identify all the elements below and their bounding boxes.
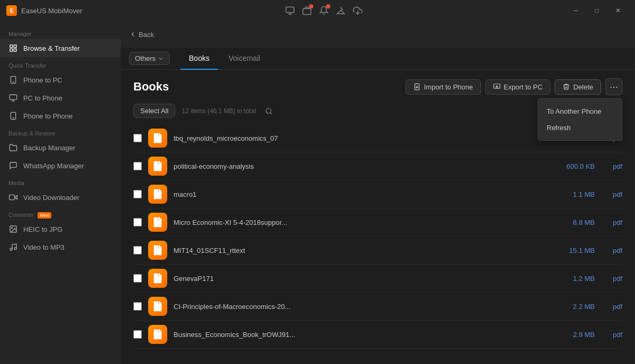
sidebar-item-label: HEIC to JPG xyxy=(23,225,62,233)
file-checkbox-4[interactable] xyxy=(133,246,142,254)
converter-label: Converter New xyxy=(0,206,121,220)
dropdown-label: Others xyxy=(135,54,156,62)
table-row: Business_Economics_Book_trOWJ91... 2.9 M… xyxy=(133,321,622,349)
table-row: MIT14_01SCF11_rttext 15.1 MB pdf xyxy=(133,236,622,265)
suitcase-icon[interactable] xyxy=(302,6,312,15)
items-count: 12 items (46.1 MB) in total xyxy=(182,107,256,115)
file-type-2: pdf xyxy=(601,190,622,198)
file-list: tbq_reynolds_microeconomics_07 2.8 MB pd… xyxy=(133,124,622,349)
backup-restore-label: Backup & Restore xyxy=(0,125,121,139)
svg-point-20 xyxy=(10,248,12,250)
sidebar-item-label: Phone to Phone xyxy=(23,112,72,120)
refresh-option[interactable]: Refresh xyxy=(538,120,622,136)
svg-point-24 xyxy=(266,108,270,113)
category-dropdown[interactable]: Others xyxy=(129,52,170,65)
table-row: GenevaP171 1.2 MB pdf xyxy=(133,265,622,293)
more-options-button[interactable]: ⋯ xyxy=(605,78,622,95)
book-icon-1 xyxy=(148,157,167,176)
file-checkbox-2[interactable] xyxy=(133,190,142,198)
sidebar-item-phone-to-pc[interactable]: Phone to PC xyxy=(0,71,121,89)
sidebar-item-browse-transfer[interactable]: Browse & Transfer xyxy=(0,39,121,57)
svg-rect-8 xyxy=(10,49,13,51)
sidebar-item-label: Phone to PC xyxy=(23,76,62,84)
book-icon-6 xyxy=(148,297,167,316)
heic-icon xyxy=(8,224,18,234)
bell-icon[interactable] xyxy=(319,6,329,15)
sidebar-item-phone-to-phone[interactable]: Phone to Phone xyxy=(0,107,121,125)
file-checkbox-5[interactable] xyxy=(133,274,142,283)
video-downloader-icon xyxy=(8,193,18,202)
book-icon-5 xyxy=(148,269,167,288)
sidebar-item-label: Video Downloader xyxy=(23,194,79,202)
monitor-icon[interactable] xyxy=(285,6,295,15)
sidebar-item-label: Browse & Transfer xyxy=(23,44,80,52)
svg-rect-0 xyxy=(286,7,294,13)
file-checkbox-6[interactable] xyxy=(133,302,142,311)
file-checkbox-0[interactable] xyxy=(133,134,142,142)
manager-section-label: Manager xyxy=(0,25,121,39)
import-to-phone-button[interactable]: Import to Phone xyxy=(405,79,481,95)
pc-to-phone-icon xyxy=(8,93,18,103)
export-to-pc-button[interactable]: Export to PC xyxy=(485,79,551,95)
file-type-3: pdf xyxy=(601,219,622,226)
hanger-icon[interactable] xyxy=(336,6,346,15)
back-label: Back xyxy=(139,31,154,39)
phone-to-phone-icon xyxy=(8,111,18,121)
svg-point-15 xyxy=(13,117,13,118)
maximize-button[interactable]: □ xyxy=(586,2,607,19)
back-button[interactable]: Back xyxy=(129,31,154,39)
new-badge: New xyxy=(38,212,51,219)
delete-label: Delete xyxy=(573,83,593,91)
file-checkbox-1[interactable] xyxy=(133,162,142,170)
import-label: Import to Phone xyxy=(424,83,473,91)
export-label: Export to PC xyxy=(504,83,543,91)
file-size-5: 1.2 MB xyxy=(552,275,595,283)
svg-rect-3 xyxy=(303,8,311,14)
tab-voicemail[interactable]: Voicemail xyxy=(220,48,269,70)
sidebar-item-heic-to-jpg[interactable]: HEIC to JPG xyxy=(0,220,121,238)
file-size-6: 2.2 MB xyxy=(552,303,595,311)
sidebar-item-label: Backup Manager xyxy=(23,144,75,152)
tab-books[interactable]: Books xyxy=(180,48,218,70)
backup-manager-icon xyxy=(8,143,18,152)
delete-button[interactable]: Delete xyxy=(555,79,601,95)
file-type-1: pdf xyxy=(601,162,622,170)
phone-to-pc-icon xyxy=(8,75,18,85)
sidebar-item-label: WhatsApp Manager xyxy=(23,162,84,170)
sidebar-item-label: PC to Phone xyxy=(23,94,62,102)
app-title-area: E EaseUS MobiMover xyxy=(6,5,83,16)
sidebar-item-whatsapp-manager[interactable]: WhatsApp Manager xyxy=(0,157,121,175)
select-all-button[interactable]: Select All xyxy=(133,104,175,118)
file-name-6: CI-Principles-of-Macroeconomics-20... xyxy=(174,303,546,311)
file-checkbox-7[interactable] xyxy=(133,330,142,339)
file-name-4: MIT14_01SCF11_rttext xyxy=(174,247,546,254)
file-type-5: pdf xyxy=(601,275,622,283)
svg-point-21 xyxy=(14,248,16,250)
minimize-button[interactable]: ─ xyxy=(565,2,586,19)
file-checkbox-3[interactable] xyxy=(133,218,142,226)
notification-badge xyxy=(309,4,313,8)
file-name-3: Micro Economic-XI 5-4-2018suppor... xyxy=(174,219,546,226)
svg-rect-5 xyxy=(10,45,13,48)
file-type-7: pdf xyxy=(601,331,622,339)
close-button[interactable]: ✕ xyxy=(607,2,629,19)
sidebar-item-pc-to-phone[interactable]: PC to Phone xyxy=(0,89,121,107)
sidebar-item-backup-manager[interactable]: Backup Manager xyxy=(0,139,121,157)
search-button[interactable] xyxy=(262,105,275,117)
sidebar-item-video-downloader[interactable]: Video Downloader xyxy=(0,188,121,206)
file-size-4: 15.1 MB xyxy=(552,247,595,254)
file-type-4: pdf xyxy=(601,247,622,254)
book-icon-2 xyxy=(148,185,167,204)
media-label: Media xyxy=(0,175,121,188)
file-name-1: political-economy-analysis xyxy=(174,162,546,170)
file-size-7: 2.9 MB xyxy=(552,331,595,339)
action-buttons: Import to Phone Export to PC Delete ⋯ xyxy=(405,78,622,95)
books-header: Books Import to Phone Export to PC Delet… xyxy=(133,78,622,95)
svg-point-10 xyxy=(13,81,13,82)
sidebar-item-video-to-mp3[interactable]: Video to MP3 xyxy=(0,238,121,256)
table-row: political-economy-analysis 600.0 KB pdf xyxy=(133,152,622,180)
to-another-phone-option[interactable]: To Another Phone xyxy=(538,103,622,120)
file-size-3: 8.8 MB xyxy=(552,219,595,226)
download-icon[interactable] xyxy=(353,6,362,15)
more-options-dropdown: To Another Phone Refresh xyxy=(538,98,622,141)
